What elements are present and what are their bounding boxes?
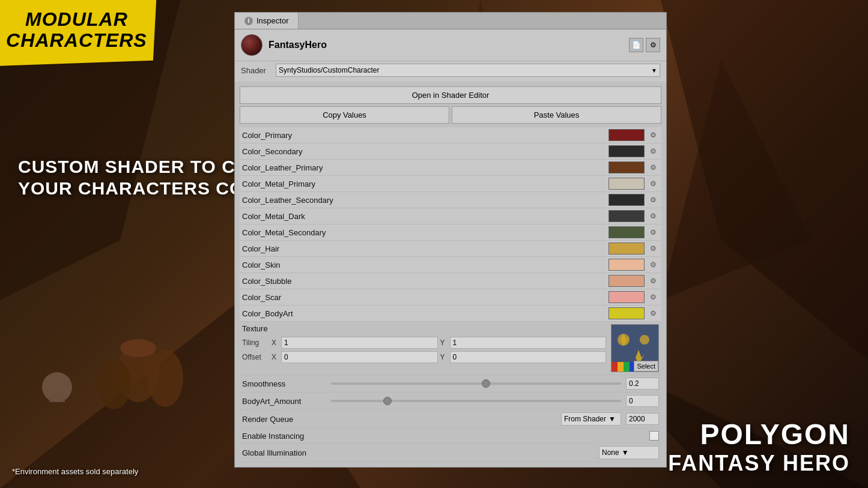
logo-block: POLYGON FANTASY HERO <box>668 418 850 476</box>
offset-y-input[interactable] <box>450 351 607 363</box>
enable-instancing-label: Enable Instancing <box>242 432 645 441</box>
eyedropper-icon[interactable]: ⚙ <box>647 291 659 303</box>
shader-dropdown[interactable]: SyntyStudios/CustomCharacter ▼ <box>276 64 660 77</box>
offset-x-input[interactable] <box>281 351 438 363</box>
disclaimer-text: *Environment assets sold separately <box>12 467 138 476</box>
texture-label: Texture <box>242 324 606 333</box>
svg-rect-15 <box>618 362 624 372</box>
polygon-logo-text: POLYGON <box>668 418 850 451</box>
offset-y-label: Y <box>440 353 448 361</box>
color-row: Color_BodyArt⚙ <box>240 306 661 322</box>
color-field-label: Color_Scar <box>242 293 609 302</box>
bodyart-value[interactable]: 0 <box>626 395 659 407</box>
render-queue-label: Render Queue <box>242 415 556 424</box>
dropdown-arrow-icon: ▼ <box>651 67 657 74</box>
color-row: Color_Leather_Primary⚙ <box>240 160 661 176</box>
color-swatch[interactable] <box>609 242 645 255</box>
global-illumination-dropdown[interactable]: None ▼ <box>599 446 659 459</box>
render-queue-dropdown[interactable]: From Shader ▼ <box>561 412 621 426</box>
smoothness-slider-thumb[interactable] <box>482 379 490 388</box>
render-queue-row: Render Queue From Shader ▼ 2000 <box>240 410 661 429</box>
color-swatch[interactable] <box>609 145 645 157</box>
color-row: Color_Metal_Primary⚙ <box>240 176 661 192</box>
color-row: Color_Skin⚙ <box>240 257 661 273</box>
eyedropper-icon[interactable]: ⚙ <box>647 129 659 141</box>
texture-section: Texture Tiling X Y Offset X Y <box>240 322 661 375</box>
banner-text: MODULAR CHARACTERS <box>6 9 147 51</box>
color-swatch[interactable] <box>609 226 645 238</box>
bodyart-row: BodyArt_Amount 0 <box>240 393 661 410</box>
tiling-row: Tiling X Y <box>242 337 606 349</box>
global-illumination-label: Global Illumination <box>242 448 594 457</box>
color-field-label: Color_BodyArt <box>242 309 609 318</box>
color-swatch[interactable] <box>609 129 645 141</box>
enable-instancing-row: Enable Instancing <box>240 429 661 444</box>
banner-line2: CHARACTERS <box>6 29 147 51</box>
open-shader-editor-button[interactable]: Open in Shader Editor <box>240 86 661 104</box>
tiling-x-input[interactable] <box>281 337 438 349</box>
svg-point-13 <box>640 335 649 345</box>
tiling-y-input[interactable] <box>450 337 607 349</box>
svg-point-6 <box>97 359 131 409</box>
render-queue-value[interactable]: 2000 <box>626 413 659 425</box>
button-row: Open in Shader Editor Copy Values Paste … <box>240 86 661 124</box>
eyedropper-icon[interactable]: ⚙ <box>647 242 659 255</box>
enable-instancing-checkbox[interactable] <box>649 431 659 441</box>
render-queue-arrow-icon: ▼ <box>609 415 616 423</box>
color-row: Color_Metal_Dark⚙ <box>240 208 661 224</box>
eyedropper-icon[interactable]: ⚙ <box>647 178 659 190</box>
tiling-label: Tiling <box>242 339 269 347</box>
smoothness-slider-track[interactable] <box>331 382 621 385</box>
color-field-label: Color_Skin <box>242 261 609 270</box>
color-swatch[interactable] <box>609 259 645 271</box>
color-swatch[interactable] <box>609 178 645 190</box>
offset-label: Offset <box>242 353 269 361</box>
eyedropper-icon[interactable]: ⚙ <box>647 161 659 173</box>
header-icons: 📄 ⚙ <box>629 38 660 52</box>
color-swatch[interactable] <box>609 307 645 319</box>
color-swatch[interactable] <box>609 161 645 173</box>
bodyart-slider-thumb[interactable] <box>383 397 392 405</box>
color-field-label: Color_Primary <box>242 131 609 140</box>
material-name: FantasyHero <box>269 40 623 50</box>
svg-rect-16 <box>624 362 630 372</box>
eyedropper-icon[interactable]: ⚙ <box>647 275 659 287</box>
eyedropper-icon[interactable]: ⚙ <box>647 307 659 319</box>
offset-x-label: X <box>272 353 279 361</box>
tab-bar: i Inspector <box>235 13 666 29</box>
bodyart-label: BodyArt_Amount <box>242 397 326 406</box>
color-row: Color_Scar⚙ <box>240 289 661 306</box>
page-icon-btn[interactable]: 📄 <box>629 38 643 52</box>
bodyart-slider-track[interactable] <box>331 400 621 402</box>
eyedropper-icon[interactable]: ⚙ <box>647 145 659 157</box>
shader-row: Shader SyntyStudios/CustomCharacter ▼ <box>235 61 666 82</box>
color-row: Color_Secondary⚙ <box>240 143 661 160</box>
smoothness-label: Smoothness <box>242 379 326 388</box>
color-swatch[interactable] <box>609 275 645 287</box>
color-row: Color_Leather_Secondary⚙ <box>240 192 661 208</box>
inspector-content: Open in Shader Editor Copy Values Paste … <box>235 82 666 467</box>
color-field-label: Color_Metal_Secondary <box>242 228 609 237</box>
color-swatch[interactable] <box>609 210 645 222</box>
inspector-tab[interactable]: i Inspector <box>235 13 299 29</box>
color-rows: Color_Primary⚙Color_Secondary⚙Color_Leat… <box>240 127 661 322</box>
eyedropper-icon[interactable]: ⚙ <box>647 259 659 271</box>
copy-values-button[interactable]: Copy Values <box>240 106 449 124</box>
global-illumination-arrow-icon: ▼ <box>622 448 629 457</box>
shader-label: Shader <box>241 66 271 75</box>
texture-preview: Select <box>611 324 659 372</box>
svg-rect-14 <box>612 362 618 372</box>
shader-value: SyntyStudios/CustomCharacter <box>279 66 379 74</box>
gear-icon-btn[interactable]: ⚙ <box>646 38 660 52</box>
texture-select-button[interactable]: Select <box>634 361 658 372</box>
info-icon: i <box>244 17 253 25</box>
paste-values-button[interactable]: Paste Values <box>452 106 661 124</box>
eyedropper-icon[interactable]: ⚙ <box>647 210 659 222</box>
eyedropper-icon[interactable]: ⚙ <box>647 226 659 238</box>
color-swatch[interactable] <box>609 291 645 303</box>
color-swatch[interactable] <box>609 194 645 206</box>
smoothness-value[interactable]: 0.2 <box>626 378 659 390</box>
color-field-label: Color_Metal_Dark <box>242 212 609 221</box>
eyedropper-icon[interactable]: ⚙ <box>647 194 659 206</box>
color-field-label: Color_Stubble <box>242 277 609 286</box>
